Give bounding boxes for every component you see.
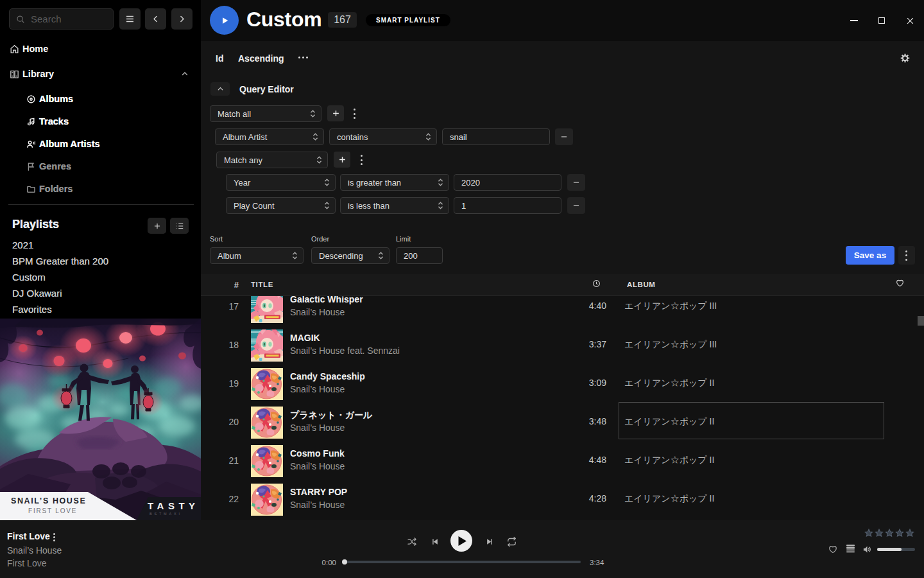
svg-text:BSTMAXI: BSTMAXI (150, 512, 182, 516)
svg-text:TASTY: TASTY (148, 500, 200, 511)
svg-text:SNAIL’S HOUSE: SNAIL’S HOUSE (11, 496, 86, 505)
svg-text:FIRST LOVE: FIRST LOVE (28, 507, 77, 514)
